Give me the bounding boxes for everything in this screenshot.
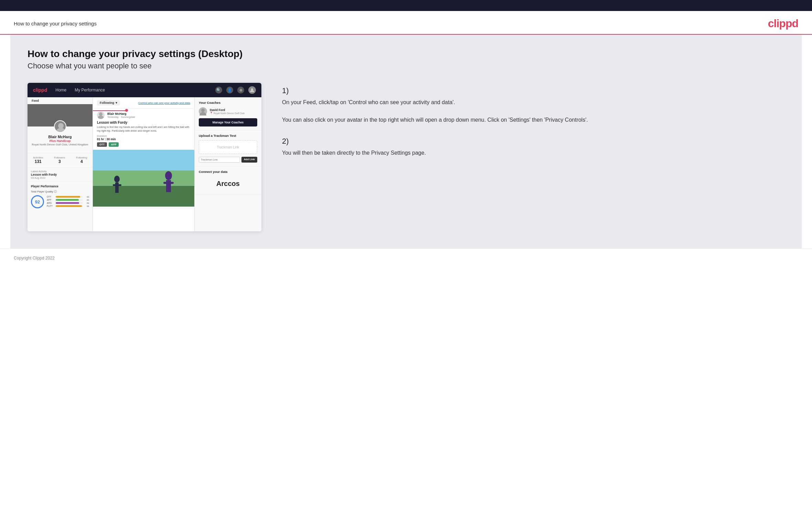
instructions-panel: 1) On your Feed, click/tap on 'Control w… xyxy=(275,83,784,169)
profile-avatar xyxy=(54,120,66,133)
svg-point-6 xyxy=(114,176,120,183)
trackman-widget: Upload a Trackman Test Trackman Link Add… xyxy=(195,130,261,166)
stat-followers: Followers 3 xyxy=(54,156,65,164)
plus-icon[interactable]: ⊕ xyxy=(237,87,244,93)
following-button[interactable]: Following ▾ xyxy=(97,100,120,106)
nav-icons: 🔍 👤 ⊕ xyxy=(215,86,256,94)
add-link-button[interactable]: Add Link xyxy=(241,157,257,163)
profile-name: Blair McHarg xyxy=(31,135,89,139)
content-layout: clippd Home My Performance 🔍 👤 ⊕ Feed xyxy=(28,83,784,231)
following-row: Following ▾ Control who can see your act… xyxy=(93,97,194,109)
instruction-1: 1) On your Feed, click/tap on 'Control w… xyxy=(282,86,784,124)
manage-coaches-button[interactable]: Manage Your Coaches xyxy=(199,118,257,126)
page-heading: How to change your privacy settings (Des… xyxy=(28,48,784,59)
coach-club: 📍 Royal North Devon Golf Club xyxy=(210,112,245,114)
instruction-1-text: On your Feed, click/tap on 'Control who … xyxy=(282,98,784,124)
arccos-logo: Arccos xyxy=(199,176,257,191)
app-panel: clippd Home My Performance 🔍 👤 ⊕ Feed xyxy=(28,83,261,231)
stat-following: Following 4 xyxy=(76,156,87,164)
nav-my-performance[interactable]: My Performance xyxy=(75,88,105,92)
profile-banner xyxy=(28,104,93,126)
post-item: Blair McHarg Yesterday · Sunningdale Les… xyxy=(93,109,194,150)
svg-point-1 xyxy=(58,123,64,129)
breadcrumb: How to change your privacy settings xyxy=(14,21,97,26)
post-title: Lesson with Fordy xyxy=(97,121,190,124)
copyright: Copyright Clippd 2022 xyxy=(14,256,55,261)
header: How to change your privacy settings clip… xyxy=(0,11,812,35)
quality-score: 92 xyxy=(31,195,44,208)
svg-rect-4 xyxy=(93,150,194,170)
post-image xyxy=(93,150,194,207)
player-performance: Player Performance Total Player Quality … xyxy=(28,181,93,211)
avatar-icon[interactable] xyxy=(248,86,256,94)
profile-latest: Latest Activity Lesson with Fordy 03 Aug… xyxy=(28,167,93,181)
trackman-placeholder: Trackman Link xyxy=(199,140,257,154)
clippd-logo: clippd xyxy=(768,17,798,30)
coaches-title: Your Coaches xyxy=(199,101,257,104)
nav-home[interactable]: Home xyxy=(55,88,66,92)
post-description: Looking to feel like my hands are exitin… xyxy=(97,125,190,133)
connect-widget: Connect your data Arccos xyxy=(195,166,261,195)
coaches-widget: Your Coaches David Ford 📍 Royal North De… xyxy=(195,97,261,130)
badge-ott: OTT xyxy=(97,142,107,147)
app-body: Feed Blair McHarg Plus Handicap Royal No… xyxy=(28,97,261,231)
svg-point-12 xyxy=(201,109,205,112)
svg-rect-7 xyxy=(115,183,119,193)
connect-title: Connect your data xyxy=(199,170,257,174)
instruction-2: 2) You will then be taken directly to th… xyxy=(282,137,784,157)
stat-activities: Activities 131 xyxy=(33,156,43,164)
page-subheading: Choose what you want people to see xyxy=(28,62,784,70)
badge-app: APP xyxy=(109,142,119,147)
instruction-2-number: 2) xyxy=(282,137,784,146)
quality-bars: OTT 90 APP 85 ARG xyxy=(47,196,89,208)
right-panel: Your Coaches David Ford 📍 Royal North De… xyxy=(194,97,261,231)
coach-avatar xyxy=(199,107,207,115)
coach-name: David Ford xyxy=(210,108,245,112)
profile-tag: Plus Handicap xyxy=(31,139,89,143)
trackman-input[interactable] xyxy=(199,157,240,163)
svg-rect-8 xyxy=(113,184,121,186)
search-icon[interactable]: 🔍 xyxy=(215,87,222,93)
annotation-line xyxy=(93,110,127,111)
svg-point-9 xyxy=(165,171,172,180)
trackman-input-row: Add Link xyxy=(199,157,257,163)
annotation-dot xyxy=(125,109,128,112)
feed-tab[interactable]: Feed xyxy=(28,97,93,104)
post-author-name: Blair McHarg xyxy=(107,112,135,115)
profile-stats: Activities 131 Followers 3 Following 4 xyxy=(28,153,93,164)
post-author-avatar xyxy=(97,111,105,119)
control-privacy-link[interactable]: Control who can see your activity and da… xyxy=(138,101,190,104)
svg-point-2 xyxy=(99,112,102,116)
top-bar xyxy=(0,0,812,11)
instruction-1-number: 1) xyxy=(282,86,784,95)
app-navbar: clippd Home My Performance 🔍 👤 ⊕ xyxy=(28,83,261,97)
app-logo-icon: clippd xyxy=(33,87,47,93)
svg-rect-11 xyxy=(163,182,174,184)
profile-club: Royal North Devon Golf Club, United King… xyxy=(31,143,89,146)
trackman-title: Upload a Trackman Test xyxy=(199,134,257,137)
svg-rect-5 xyxy=(93,186,194,207)
instruction-2-text: You will then be taken directly to the P… xyxy=(282,148,784,157)
post-meta: Duration 01 hr : 30 min OTT APP xyxy=(97,134,190,147)
post-badges: OTT APP xyxy=(97,142,190,147)
post-location: Yesterday · Sunningdale xyxy=(107,115,135,119)
feed-panel: Following ▾ Control who can see your act… xyxy=(93,97,194,231)
footer: Copyright Clippd 2022 xyxy=(0,249,812,267)
person-icon[interactable]: 👤 xyxy=(226,87,233,93)
profile-panel: Feed Blair McHarg Plus Handicap Royal No… xyxy=(28,97,93,231)
main-content: How to change your privacy settings (Des… xyxy=(10,35,802,249)
coach-row: David Ford 📍 Royal North Devon Golf Club xyxy=(199,107,257,115)
